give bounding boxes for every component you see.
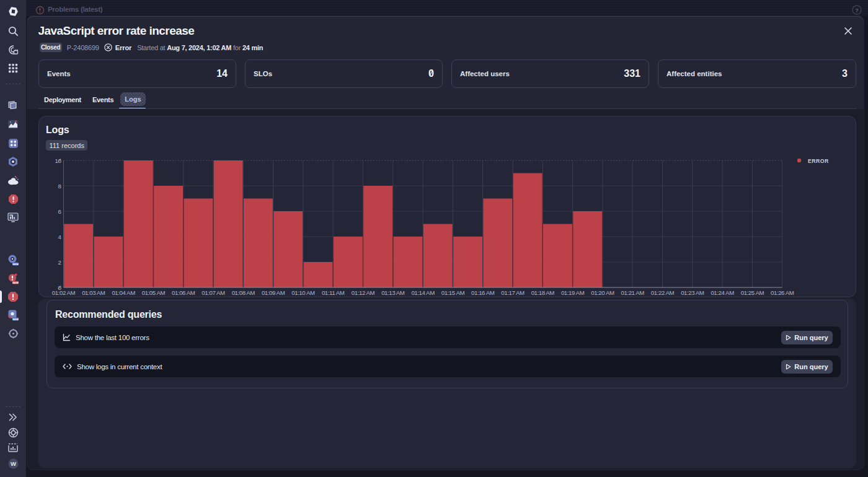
- svg-text:01:06 AM: 01:06 AM: [172, 289, 195, 296]
- svg-text:01:02 AM: 01:02 AM: [52, 289, 76, 296]
- svg-text:01:14 AM: 01:14 AM: [411, 289, 435, 296]
- svg-text:10: 10: [55, 157, 62, 164]
- svg-text:01:20 AM: 01:20 AM: [591, 289, 614, 296]
- svg-text:01:05 AM: 01:05 AM: [142, 289, 166, 296]
- svg-text:01:13 AM: 01:13 AM: [381, 289, 405, 296]
- svg-text:01:07 AM: 01:07 AM: [202, 289, 225, 296]
- svg-text:01:09 AM: 01:09 AM: [262, 289, 285, 296]
- svg-text:?: ?: [855, 7, 859, 14]
- svg-text:01:21 AM: 01:21 AM: [621, 289, 645, 296]
- svg-text:01:12 AM: 01:12 AM: [352, 289, 375, 296]
- svg-text:ERROR: ERROR: [808, 158, 829, 164]
- svg-text:01:23 AM: 01:23 AM: [681, 289, 704, 296]
- svg-text:2: 2: [58, 259, 61, 266]
- svg-text:01:26 AM: 01:26 AM: [771, 289, 794, 296]
- svg-text:01:16 AM: 01:16 AM: [471, 289, 495, 296]
- svg-text:01:03 AM: 01:03 AM: [82, 289, 105, 296]
- svg-text:01:25 AM: 01:25 AM: [741, 289, 764, 296]
- svg-text:4: 4: [58, 234, 62, 240]
- svg-text:NEW: NEW: [12, 263, 19, 266]
- svg-text:01:19 AM: 01:19 AM: [561, 289, 585, 296]
- svg-text:01:15 AM: 01:15 AM: [441, 289, 465, 296]
- svg-text:W: W: [11, 460, 16, 467]
- svg-text:01:04 AM: 01:04 AM: [112, 289, 135, 296]
- svg-text:01:17 AM: 01:17 AM: [501, 289, 525, 296]
- svg-text:01:11 AM: 01:11 AM: [322, 289, 345, 296]
- svg-text:01:10 AM: 01:10 AM: [291, 289, 315, 296]
- svg-text:01:24 AM: 01:24 AM: [711, 289, 734, 296]
- svg-text:NEW: NEW: [12, 281, 19, 284]
- svg-text:01:18 AM: 01:18 AM: [531, 289, 555, 296]
- svg-text:6: 6: [58, 208, 61, 215]
- svg-text:01:22 AM: 01:22 AM: [651, 289, 675, 296]
- svg-text:NEW: NEW: [12, 317, 19, 320]
- svg-text:8: 8: [58, 183, 61, 190]
- svg-text:01:08 AM: 01:08 AM: [232, 289, 255, 296]
